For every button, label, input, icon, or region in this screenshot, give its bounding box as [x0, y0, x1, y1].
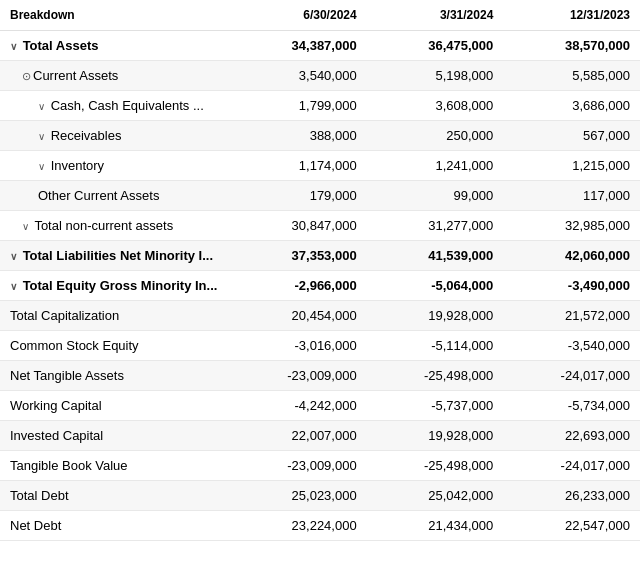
row-label-text: Working Capital: [10, 398, 102, 413]
row-value-col2-other-current-assets: 99,000: [367, 181, 504, 211]
row-value-col1-net-tangible-assets: -23,009,000: [230, 361, 367, 391]
row-label-text: Invested Capital: [10, 428, 103, 443]
row-label-text: Tangible Book Value: [10, 458, 128, 473]
chevron-down-icon: ∨: [10, 41, 17, 52]
row-label-other-current-assets: Other Current Assets: [0, 181, 230, 211]
row-label-total-non-current-assets[interactable]: ∨ Total non-current assets: [0, 211, 230, 241]
chevron-down-icon: ∨: [22, 221, 29, 232]
table-row: ∨ Total Liabilities Net Minority I...37,…: [0, 241, 640, 271]
table-row: Common Stock Equity-3,016,000-5,114,000-…: [0, 331, 640, 361]
row-value-col1-total-debt: 25,023,000: [230, 481, 367, 511]
row-value-col2-working-capital: -5,737,000: [367, 391, 504, 421]
balance-sheet-table: Breakdown 6/30/2024 3/31/2024 12/31/2023…: [0, 0, 640, 541]
table-row: Tangible Book Value-23,009,000-25,498,00…: [0, 451, 640, 481]
row-label-text: Total Assets: [23, 38, 99, 53]
row-label-text: Total Debt: [10, 488, 69, 503]
row-label-working-capital: Working Capital: [0, 391, 230, 421]
table-row: ∨ Total Assets34,387,00036,475,00038,570…: [0, 31, 640, 61]
row-value-col3-current-assets: 5,585,000: [503, 61, 640, 91]
row-value-col3-inventory: 1,215,000: [503, 151, 640, 181]
row-value-col1-total-equity: -2,966,000: [230, 271, 367, 301]
row-value-col2-total-capitalization: 19,928,000: [367, 301, 504, 331]
row-label-total-debt: Total Debt: [0, 481, 230, 511]
chevron-down-icon: ∨: [10, 281, 17, 292]
header-breakdown: Breakdown: [0, 0, 230, 31]
chevron-down-icon: ∨: [38, 131, 45, 142]
table-row: Working Capital-4,242,000-5,737,000-5,73…: [0, 391, 640, 421]
row-value-col2-total-non-current-assets: 31,277,000: [367, 211, 504, 241]
row-label-cash[interactable]: ∨ Cash, Cash Equivalents ...: [0, 91, 230, 121]
table-row: Other Current Assets179,00099,000117,000: [0, 181, 640, 211]
row-label-text: Cash, Cash Equivalents ...: [51, 98, 204, 113]
row-value-col1-cash: 1,799,000: [230, 91, 367, 121]
row-label-text: Receivables: [51, 128, 122, 143]
row-label-receivables[interactable]: ∨ Receivables: [0, 121, 230, 151]
row-label-tangible-book-value: Tangible Book Value: [0, 451, 230, 481]
row-label-net-debt: Net Debt: [0, 511, 230, 541]
chevron-down-icon: ∨: [38, 161, 45, 172]
row-value-col3-total-debt: 26,233,000: [503, 481, 640, 511]
chevron-down-icon: ∨: [10, 251, 17, 262]
row-label-text: Total Capitalization: [10, 308, 119, 323]
table-row: ∨ Receivables388,000250,000567,000: [0, 121, 640, 151]
row-label-common-stock-equity: Common Stock Equity: [0, 331, 230, 361]
row-value-col3-common-stock-equity: -3,540,000: [503, 331, 640, 361]
row-value-col3-net-tangible-assets: -24,017,000: [503, 361, 640, 391]
row-value-col1-total-capitalization: 20,454,000: [230, 301, 367, 331]
row-value-col3-total-liabilities: 42,060,000: [503, 241, 640, 271]
row-value-col3-invested-capital: 22,693,000: [503, 421, 640, 451]
row-value-col3-tangible-book-value: -24,017,000: [503, 451, 640, 481]
row-value-col2-current-assets: 5,198,000: [367, 61, 504, 91]
row-value-col2-total-debt: 25,042,000: [367, 481, 504, 511]
row-label-text: Other Current Assets: [38, 188, 159, 203]
row-value-col1-total-liabilities: 37,353,000: [230, 241, 367, 271]
row-value-col2-total-liabilities: 41,539,000: [367, 241, 504, 271]
row-label-invested-capital: Invested Capital: [0, 421, 230, 451]
header-date2: 3/31/2024: [367, 0, 504, 31]
row-label-text: Common Stock Equity: [10, 338, 139, 353]
row-value-col1-total-non-current-assets: 30,847,000: [230, 211, 367, 241]
row-label-total-equity[interactable]: ∨ Total Equity Gross Minority In...: [0, 271, 230, 301]
row-value-col2-cash: 3,608,000: [367, 91, 504, 121]
row-value-col2-total-assets: 36,475,000: [367, 31, 504, 61]
expand-icon: ⊙: [22, 70, 31, 83]
row-value-col3-other-current-assets: 117,000: [503, 181, 640, 211]
table-row: Invested Capital22,007,00019,928,00022,6…: [0, 421, 640, 451]
row-label-inventory[interactable]: ∨ Inventory: [0, 151, 230, 181]
row-value-col2-net-tangible-assets: -25,498,000: [367, 361, 504, 391]
row-value-col2-total-equity: -5,064,000: [367, 271, 504, 301]
header-date1: 6/30/2024: [230, 0, 367, 31]
row-label-text: Total non-current assets: [34, 218, 173, 233]
row-value-col3-total-non-current-assets: 32,985,000: [503, 211, 640, 241]
table-row: ∨ Inventory1,174,0001,241,0001,215,000: [0, 151, 640, 181]
row-value-col1-invested-capital: 22,007,000: [230, 421, 367, 451]
row-label-total-assets[interactable]: ∨ Total Assets: [0, 31, 230, 61]
row-value-col1-other-current-assets: 179,000: [230, 181, 367, 211]
row-value-col2-invested-capital: 19,928,000: [367, 421, 504, 451]
row-value-col3-working-capital: -5,734,000: [503, 391, 640, 421]
row-label-net-tangible-assets: Net Tangible Assets: [0, 361, 230, 391]
row-label-total-liabilities[interactable]: ∨ Total Liabilities Net Minority I...: [0, 241, 230, 271]
row-value-col3-total-assets: 38,570,000: [503, 31, 640, 61]
table-row: Total Capitalization20,454,00019,928,000…: [0, 301, 640, 331]
chevron-down-icon: ∨: [38, 101, 45, 112]
header-date3: 12/31/2023: [503, 0, 640, 31]
row-label-total-capitalization: Total Capitalization: [0, 301, 230, 331]
row-label-text: Net Debt: [10, 518, 61, 533]
row-value-col2-inventory: 1,241,000: [367, 151, 504, 181]
table-row: Net Tangible Assets-23,009,000-25,498,00…: [0, 361, 640, 391]
row-value-col2-tangible-book-value: -25,498,000: [367, 451, 504, 481]
row-value-col1-net-debt: 23,224,000: [230, 511, 367, 541]
row-label-text: Total Equity Gross Minority In...: [23, 278, 218, 293]
table-row: ∨ Cash, Cash Equivalents ...1,799,0003,6…: [0, 91, 640, 121]
table-row: ∨ Total Equity Gross Minority In...-2,96…: [0, 271, 640, 301]
row-label-text: Inventory: [51, 158, 104, 173]
row-value-col3-net-debt: 22,547,000: [503, 511, 640, 541]
row-value-col2-net-debt: 21,434,000: [367, 511, 504, 541]
table-row: ∨ Total non-current assets30,847,00031,2…: [0, 211, 640, 241]
row-label-current-assets[interactable]: ⊙Current Assets: [0, 61, 230, 91]
row-value-col1-receivables: 388,000: [230, 121, 367, 151]
row-label-text: Total Liabilities Net Minority I...: [23, 248, 213, 263]
table-row: ⊙Current Assets3,540,0005,198,0005,585,0…: [0, 61, 640, 91]
row-value-col3-total-equity: -3,490,000: [503, 271, 640, 301]
